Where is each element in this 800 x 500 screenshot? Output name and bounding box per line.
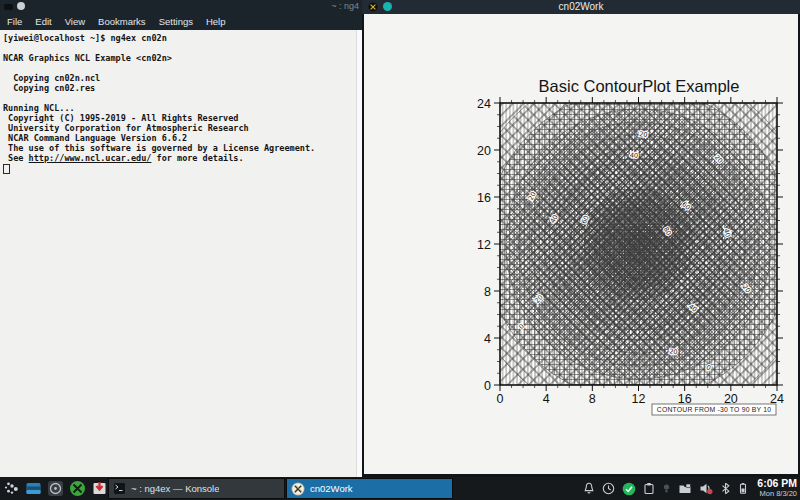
clock-tray-icon[interactable] (602, 482, 615, 495)
y-tick-label: 0 (484, 379, 491, 393)
cn02work-window: cn02Work (362, 0, 800, 477)
terminal-line: Copyright (C) 1995-2019 - All Rights Res… (3, 113, 362, 123)
menu-view[interactable]: View (65, 16, 85, 27)
terminal-cursor (3, 164, 10, 174)
konsole-window-title: ~ : ng4 (331, 1, 359, 11)
cn02work-titlebar[interactable]: cn02Work (362, 0, 800, 14)
volume-muted-icon[interactable] (699, 482, 713, 495)
task-cn02work[interactable]: cn02Work (286, 478, 453, 499)
y-tick-label: 12 (477, 238, 491, 252)
notifications-bell-icon[interactable] (583, 482, 595, 495)
konsole-app-icon (4, 4, 13, 10)
x-tick-label: 8 (589, 392, 596, 406)
y-tick-label: 8 (484, 285, 491, 299)
terminal-line: NCAR Command Language Version 6.6.2 (3, 133, 362, 143)
x-tick-label: 4 (543, 392, 550, 406)
disc-player-icon[interactable] (47, 480, 64, 497)
y-tick-label: 16 (477, 191, 491, 205)
clipboard-icon[interactable] (643, 482, 655, 495)
y-tick-label: 4 (484, 332, 491, 346)
konsole-titlebar-button[interactable] (17, 2, 25, 10)
battery-icon[interactable] (738, 482, 748, 495)
contour-note-text: CONTOUR FROM -30 TO 90 BY 10 (657, 406, 771, 413)
cn02work-window-title: cn02Work (362, 1, 800, 12)
file-manager-icon[interactable] (25, 480, 42, 497)
xorg-icon[interactable] (69, 480, 86, 497)
menu-file[interactable]: File (7, 16, 22, 27)
terminal-line: [yiwei@localhost ~]$ ng4ex cn02n (3, 33, 362, 43)
contour-label: 20 (669, 347, 679, 356)
contour-label: 40 (630, 151, 639, 160)
terminal-link[interactable]: http://www.ncl.ucar.edu/ (29, 153, 152, 163)
menu-help[interactable]: Help (206, 16, 226, 27)
plot-title: Basic ContourPlot Example (539, 77, 740, 95)
terminal-cursor-line (3, 163, 362, 173)
y-tick-label: 24 (477, 97, 491, 111)
clock-widget[interactable]: 6:06 PM Mon 8/3/20 (757, 478, 797, 498)
task-cn02work-label: cn02Work (310, 483, 353, 494)
terminal-line: The use of this software is governed by … (3, 143, 362, 153)
clock-date: Mon 8/3/20 (757, 489, 797, 498)
contour-note: CONTOUR FROM -30 TO 90 BY 10 (652, 404, 776, 415)
konsole-task-icon (113, 482, 126, 495)
desktop: ~ : ng4 File Edit View Bookmarks Setting… (0, 0, 800, 500)
konsole-window: ~ : ng4 File Edit View Bookmarks Setting… (0, 0, 362, 477)
terminal-line: University Corporation for Atmospheric R… (3, 123, 362, 133)
updates-ok-icon[interactable] (622, 482, 636, 496)
terminal-line: Copying cn02.res (3, 83, 362, 93)
konsole-menubar: File Edit View Bookmarks Settings Help (0, 12, 362, 30)
x-tick-label: 12 (632, 392, 646, 406)
menu-edit[interactable]: Edit (35, 16, 51, 27)
plot-canvas: Basic ContourPlot Example 20402020406060… (364, 14, 798, 474)
y-tick-label: 20 (477, 144, 491, 158)
konsole-titlebar[interactable]: ~ : ng4 (0, 0, 362, 12)
menu-bookmarks[interactable]: Bookmarks (98, 16, 146, 27)
clock-time: 6:06 PM (757, 478, 797, 489)
taskbar: ~ : ng4ex — Konsole cn02Work (0, 477, 800, 500)
contour-band (629, 235, 647, 254)
terminal-line: See http://www.ncl.ucar.edu/ for more de… (3, 153, 362, 163)
y-axis-labels: 24201612840 (477, 97, 491, 393)
terminal-line: NCAR Graphics NCL Example <cn02n> (3, 53, 362, 63)
cn02work-task-icon (291, 482, 305, 496)
task-konsole[interactable]: ~ : ng4ex — Konsole (108, 478, 285, 499)
terminal-line: Copying cn02n.ncl (3, 73, 362, 83)
package-installer-icon[interactable] (91, 480, 108, 497)
contour-label: 20 (639, 130, 648, 139)
system-tray (583, 477, 748, 500)
status-indicator-icon[interactable] (662, 482, 671, 495)
app-launcher-icon[interactable] (3, 480, 20, 497)
contour-plot: Basic ContourPlot Example 20402020406060… (364, 14, 798, 474)
task-konsole-label: ~ : ng4ex — Konsole (131, 483, 219, 494)
x-tick-label: 0 (497, 392, 504, 406)
terminal-line (3, 63, 362, 73)
terminal-output[interactable]: [yiwei@localhost ~]$ ng4ex cn02nNCAR Gra… (0, 30, 362, 477)
terminal-line: Running NCL... (3, 103, 362, 113)
menu-settings[interactable]: Settings (159, 16, 193, 27)
device-notifier-icon[interactable] (678, 482, 692, 495)
bluetooth-icon[interactable] (720, 482, 731, 495)
terminal-line (3, 43, 362, 53)
terminal-line (3, 93, 362, 103)
